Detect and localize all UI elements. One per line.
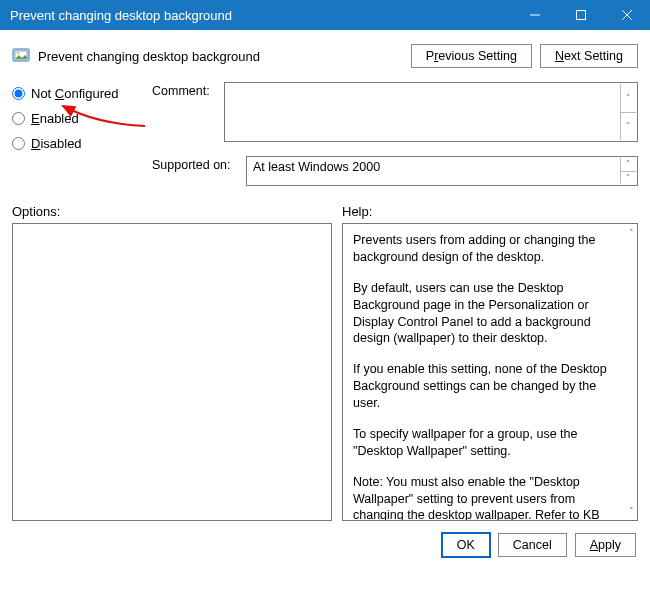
enabled-input[interactable] — [12, 112, 25, 125]
header-row: Prevent changing desktop background Prev… — [12, 44, 638, 68]
enabled-radio[interactable]: Enabled — [12, 111, 152, 126]
supported-on-value: At least Windows 2000 — [253, 160, 380, 174]
next-setting-button[interactable]: Next Setting — [540, 44, 638, 68]
window-title: Prevent changing desktop background — [10, 8, 512, 23]
minimize-button[interactable] — [512, 0, 558, 30]
svg-rect-1 — [577, 11, 586, 20]
supported-on-label: Supported on: — [152, 156, 238, 172]
title-bar: Prevent changing desktop background — [0, 0, 650, 30]
policy-icon — [12, 47, 30, 65]
scroll-up-icon[interactable]: ˄ — [629, 228, 634, 238]
maximize-button[interactable] — [558, 0, 604, 30]
state-radio-group: Not Configured Enabled Disabled — [12, 82, 152, 151]
help-pane[interactable]: ˄ Prevents users from adding or changing… — [342, 223, 638, 521]
disabled-input[interactable] — [12, 137, 25, 150]
scroll-up-icon[interactable]: ˄ — [620, 84, 636, 112]
comment-scroll[interactable]: ˄˅ — [620, 84, 636, 140]
cancel-button[interactable]: Cancel — [498, 533, 567, 557]
help-label: Help: — [342, 204, 372, 219]
svg-point-6 — [17, 52, 20, 55]
help-text: By default, users can use the Desktop Ba… — [353, 280, 617, 348]
help-text: To specify wallpaper for a group, use th… — [353, 426, 617, 460]
config-row: Not Configured Enabled Disabled Comment:… — [12, 82, 638, 186]
apply-button[interactable]: Apply — [575, 533, 636, 557]
comment-label: Comment: — [152, 82, 216, 98]
help-text: If you enable this setting, none of the … — [353, 361, 617, 412]
scroll-down-icon[interactable]: ˅ — [629, 506, 634, 516]
close-button[interactable] — [604, 0, 650, 30]
not-configured-radio[interactable]: Not Configured — [12, 86, 152, 101]
supported-on-box: At least Windows 2000 ˄˅ — [246, 156, 638, 186]
not-configured-input[interactable] — [12, 87, 25, 100]
scroll-up-icon[interactable]: ˄ — [620, 158, 636, 171]
scroll-down-icon[interactable]: ˅ — [620, 171, 636, 185]
ok-button[interactable]: OK — [442, 533, 490, 557]
help-text: Note: You must also enable the "Desktop … — [353, 474, 617, 521]
disabled-radio[interactable]: Disabled — [12, 136, 152, 151]
previous-setting-button[interactable]: Previous Setting — [411, 44, 532, 68]
help-text: Prevents users from adding or changing t… — [353, 232, 617, 266]
options-pane — [12, 223, 332, 521]
policy-title: Prevent changing desktop background — [38, 49, 411, 64]
scroll-down-icon[interactable]: ˅ — [620, 112, 636, 141]
supported-scroll[interactable]: ˄˅ — [620, 158, 636, 184]
comment-textarea[interactable]: ˄˅ — [224, 82, 638, 142]
options-label: Options: — [12, 204, 342, 219]
dialog-footer: OK Cancel Apply — [12, 533, 638, 557]
